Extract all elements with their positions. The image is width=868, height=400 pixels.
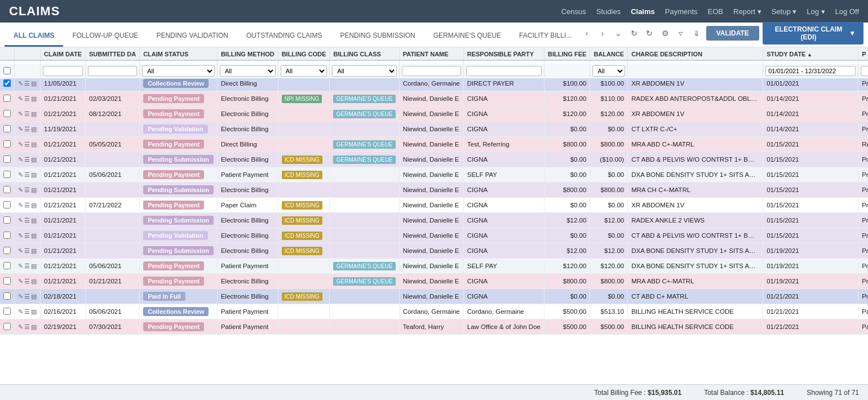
row-list-icon[interactable]: ▤ <box>31 308 37 315</box>
row-checkbox[interactable] <box>3 125 11 132</box>
tab-follow-up[interactable]: FOLLOW-UP QUEUE <box>63 26 147 47</box>
tab-germaines-queue[interactable]: GERMAINE'S QUEUE <box>424 26 510 47</box>
row-list-icon[interactable]: ▤ <box>31 217 37 224</box>
electronic-claim-button[interactable]: ELECTRONIC CLAIM (EDI) ▼ <box>763 22 863 45</box>
row-edit-icon[interactable]: ✎ <box>18 278 23 285</box>
nav-down-icon[interactable]: ⌄ <box>612 26 625 40</box>
col-billing-fee[interactable]: BILLING FEE <box>544 47 590 60</box>
row-note-icon[interactable]: ☰ <box>24 156 30 163</box>
row-checkbox[interactable] <box>3 247 11 254</box>
row-list-icon[interactable]: ▤ <box>31 171 37 179</box>
filter-study-date-input[interactable] <box>765 66 856 76</box>
nav-claims[interactable]: Claims <box>631 7 655 16</box>
nav-setup[interactable]: Setup ▾ <box>772 7 797 16</box>
row-checkbox[interactable] <box>3 262 11 269</box>
nav-refresh2-icon[interactable]: ↻ <box>643 26 656 40</box>
col-responsible-party[interactable]: RESPONSIBLE PARTY <box>463 47 544 60</box>
row-list-icon[interactable]: ▤ <box>31 278 37 285</box>
filter-balance-select[interactable]: All <box>592 65 625 77</box>
row-edit-icon[interactable]: ✎ <box>18 80 23 87</box>
nav-next-icon[interactable]: › <box>596 26 609 40</box>
row-checkbox[interactable] <box>3 201 11 208</box>
row-list-icon[interactable]: ▤ <box>31 156 37 163</box>
row-note-icon[interactable]: ☰ <box>24 141 30 148</box>
row-checkbox[interactable] <box>3 292 11 300</box>
col-billing-method[interactable]: BILLING METHOD <box>217 47 278 60</box>
row-note-icon[interactable]: ☰ <box>24 278 30 285</box>
row-list-icon[interactable]: ▤ <box>31 80 37 87</box>
validate-button[interactable]: VALIDATE <box>706 26 759 41</box>
nav-prev-icon[interactable]: ‹ <box>581 26 593 40</box>
row-note-icon[interactable]: ☰ <box>24 202 30 209</box>
row-list-icon[interactable]: ▤ <box>31 293 37 300</box>
row-list-icon[interactable]: ▤ <box>31 323 37 331</box>
nav-report[interactable]: Report ▾ <box>733 7 761 16</box>
row-edit-icon[interactable]: ✎ <box>18 126 23 133</box>
col-submitted-date[interactable]: SUBMITTED DA <box>86 47 140 60</box>
row-checkbox[interactable] <box>3 216 11 224</box>
nav-filter-icon[interactable]: ▿ <box>675 26 687 40</box>
nav-census[interactable]: Census <box>561 7 586 16</box>
row-list-icon[interactable]: ▤ <box>31 202 37 209</box>
filter-patient-name-input[interactable] <box>402 66 461 76</box>
row-checkbox[interactable] <box>3 79 11 87</box>
row-note-icon[interactable]: ☰ <box>24 80 30 87</box>
nav-export-icon[interactable]: ⇓ <box>690 26 703 40</box>
filter-billing-class-select[interactable]: All <box>332 65 396 77</box>
row-edit-icon[interactable]: ✎ <box>18 156 23 163</box>
filter-priority-input[interactable] <box>861 66 868 76</box>
nav-refresh-icon[interactable]: ↻ <box>628 26 640 40</box>
col-billing-class[interactable]: BILLING CLASS <box>330 47 399 60</box>
filter-billing-method-select[interactable]: All <box>220 65 276 77</box>
row-list-icon[interactable]: ▤ <box>31 126 37 133</box>
row-edit-icon[interactable]: ✎ <box>18 293 23 300</box>
nav-logoff[interactable]: Log Off <box>835 7 859 16</box>
col-claim-status[interactable]: CLAIM STATUS <box>140 47 218 60</box>
row-checkbox[interactable] <box>3 171 11 178</box>
row-edit-icon[interactable]: ✎ <box>18 323 23 331</box>
row-checkbox[interactable] <box>3 140 11 148</box>
nav-studies[interactable]: Studies <box>596 7 621 16</box>
col-billing-code[interactable]: BILLING CODE <box>278 47 330 60</box>
col-patient-name[interactable]: PATIENT NAME <box>399 47 463 60</box>
row-edit-icon[interactable]: ✎ <box>18 95 23 103</box>
row-note-icon[interactable]: ☰ <box>24 126 30 133</box>
row-note-icon[interactable]: ☰ <box>24 110 30 118</box>
nav-eob[interactable]: EOB <box>708 7 723 16</box>
filter-responsible-party-input[interactable] <box>466 66 542 76</box>
row-edit-icon[interactable]: ✎ <box>18 263 23 270</box>
col-study-date[interactable]: STUDY DATE <box>763 47 858 60</box>
row-edit-icon[interactable]: ✎ <box>18 186 23 194</box>
row-edit-icon[interactable]: ✎ <box>18 232 23 239</box>
filter-billing-code-select[interactable]: All <box>281 65 327 77</box>
row-checkbox[interactable] <box>3 277 11 285</box>
row-note-icon[interactable]: ☰ <box>24 232 30 239</box>
row-list-icon[interactable]: ▤ <box>31 263 37 270</box>
row-list-icon[interactable]: ▤ <box>31 141 37 148</box>
nav-log[interactable]: Log ▾ <box>807 7 825 16</box>
tab-all-claims[interactable]: ALL CLAIMS <box>5 26 63 47</box>
row-note-icon[interactable]: ☰ <box>24 323 30 331</box>
row-edit-icon[interactable]: ✎ <box>18 171 23 179</box>
row-edit-icon[interactable]: ✎ <box>18 217 23 224</box>
select-all-checkbox[interactable] <box>2 67 12 74</box>
col-balance[interactable]: BALANCE <box>590 47 628 60</box>
row-edit-icon[interactable]: ✎ <box>18 141 23 148</box>
row-note-icon[interactable]: ☰ <box>24 293 30 300</box>
nav-settings-icon[interactable]: ⚙ <box>659 26 671 40</box>
filter-claim-date-input[interactable] <box>43 66 83 76</box>
row-note-icon[interactable]: ☰ <box>24 247 30 255</box>
row-note-icon[interactable]: ☰ <box>24 263 30 270</box>
row-checkbox[interactable] <box>3 110 11 117</box>
row-edit-icon[interactable]: ✎ <box>18 308 23 315</box>
tab-facility-billi[interactable]: FACILITY BILLI... <box>510 26 581 47</box>
tab-outstanding[interactable]: OUTSTANDING CLAIMS <box>237 26 331 47</box>
row-checkbox[interactable] <box>3 308 11 315</box>
row-checkbox[interactable] <box>3 155 11 163</box>
row-list-icon[interactable]: ▤ <box>31 247 37 255</box>
row-edit-icon[interactable]: ✎ <box>18 202 23 209</box>
col-claim-date[interactable]: CLAIM DATE <box>41 47 86 60</box>
row-note-icon[interactable]: ☰ <box>24 217 30 224</box>
tab-pending-validation[interactable]: PENDING VALIDATION <box>147 26 237 47</box>
tab-pending-submission[interactable]: PENDING SUBMISSION <box>331 26 424 47</box>
